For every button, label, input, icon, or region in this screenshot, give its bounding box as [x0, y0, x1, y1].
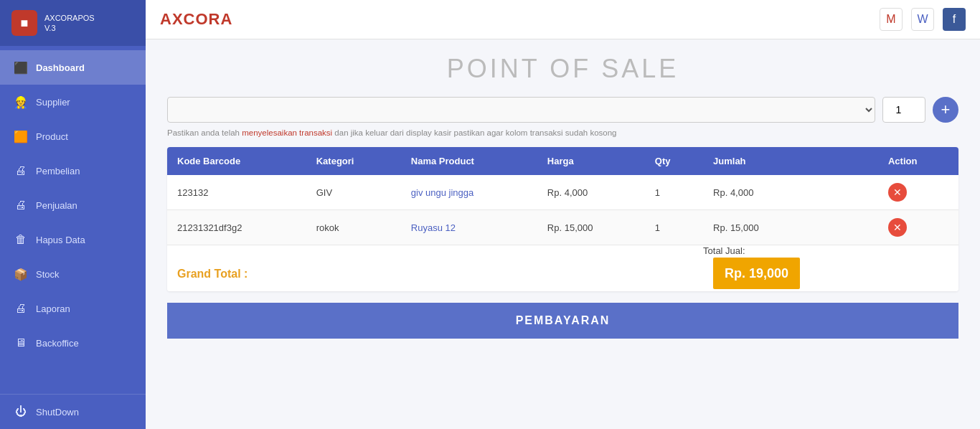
sidebar-item-pembelian-label: Pembelian — [36, 166, 80, 176]
product-icon: 🟧 — [13, 128, 29, 144]
supplier-icon: 👷 — [13, 94, 29, 110]
cell-qty: 1 — [645, 210, 703, 245]
grand-total-value-cell: Rp. 19,000 — [703, 256, 878, 291]
col-kategori: Kategori — [306, 147, 401, 175]
total-row: Total Jual: — [167, 245, 958, 257]
pembelian-icon: 🖨 — [13, 163, 29, 179]
app-logo-icon: ■ — [11, 10, 37, 36]
cell-barcode: 123132 — [167, 175, 306, 210]
grand-total-value: Rp. 19,000 — [713, 258, 800, 289]
col-qty: Qty — [645, 147, 703, 175]
sidebar-item-dashboard[interactable]: ⬛ Dashboard — [0, 50, 146, 85]
cell-harga: Rp. 4,000 — [537, 175, 645, 210]
cell-kategori: GIV — [306, 175, 401, 210]
cell-qty: 1 — [645, 175, 703, 210]
hint-link[interactable]: menyelesaikan transaksi — [242, 128, 332, 137]
sidebar-item-backoffice[interactable]: 🖥 Backoffice — [0, 326, 146, 360]
content-area: POINT OF SALE + Pastikan anda telah meny… — [146, 39, 980, 429]
grand-total-row: Grand Total : Rp. 19,000 — [167, 256, 958, 291]
cell-harga: Rp. 15,000 — [537, 210, 645, 245]
laporan-icon: 🖨 — [13, 301, 29, 316]
table-row: 123132 GIV giv ungu jingga Rp. 4,000 1 R… — [167, 175, 958, 210]
backoffice-icon: 🖥 — [13, 335, 29, 351]
sidebar-item-product[interactable]: 🟧 Product — [0, 119, 146, 154]
table-row: 21231321df3g2 rokok Ruyasu 12 Rp. 15,000… — [167, 210, 958, 245]
total-label: Total Jual: — [703, 245, 878, 257]
grand-total-action — [878, 256, 958, 291]
col-harga: Harga — [537, 147, 645, 175]
cell-action: ✕ — [878, 210, 958, 245]
sidebar-item-shutdown[interactable]: ⏻ ShutDown — [0, 394, 146, 429]
cell-nama: giv ungu jingga — [401, 175, 537, 210]
penjualan-icon: 🖨 — [13, 197, 29, 213]
cell-nama: Ruyasu 12 — [401, 210, 537, 245]
col-barcode: Kode Barcode — [167, 147, 306, 175]
sidebar-item-pembelian[interactable]: 🖨 Pembelian — [0, 154, 146, 188]
page-title: POINT OF SALE — [167, 54, 958, 84]
cell-jumlah: Rp. 15,000 — [703, 210, 878, 245]
delete-button-1[interactable]: ✕ — [888, 218, 907, 237]
main-area: AXCORA M W f POINT OF SALE + Pastikan an… — [146, 0, 980, 429]
add-button[interactable]: + — [933, 97, 958, 123]
col-nama: Nama Product — [401, 147, 537, 175]
sidebar-item-hapus-data[interactable]: 🗑 Hapus Data — [0, 222, 146, 257]
cell-kategori: rokok — [306, 210, 401, 245]
payment-section: PEMBAYARAN — [167, 303, 958, 339]
sidebar-item-supplier-label: Supplier — [36, 97, 70, 108]
sidebar-item-penjualan[interactable]: 🖨 Penjualan — [0, 188, 146, 222]
grand-total-label: Grand Total : — [177, 268, 248, 280]
shutdown-icon: ⏻ — [13, 404, 29, 420]
sidebar-item-laporan-label: Laporan — [36, 303, 70, 314]
cell-jumlah: Rp. 4,000 — [703, 175, 878, 210]
col-action: Action — [878, 147, 958, 175]
total-empty — [167, 245, 703, 257]
sidebar-nav: ⬛ Dashboard 👷 Supplier 🟧 Product 🖨 Pembe… — [0, 46, 146, 429]
topbar: AXCORA M W f — [146, 0, 980, 39]
product-link[interactable]: Ruyasu 12 — [411, 222, 456, 233]
sidebar-item-laporan[interactable]: 🖨 Laporan — [0, 291, 146, 326]
cell-barcode: 21231321df3g2 — [167, 210, 306, 245]
sidebar-item-stock[interactable]: 📦 Stock — [0, 257, 146, 291]
sidebar-item-penjualan-label: Penjualan — [36, 200, 77, 211]
wordpress-icon[interactable]: W — [911, 8, 934, 31]
product-link[interactable]: giv ungu jingga — [411, 187, 473, 198]
pos-table-wrap: Kode Barcode Kategori Nama Product Harga… — [167, 147, 958, 291]
delete-button-0[interactable]: ✕ — [888, 183, 907, 202]
hint-suffix: dan jika keluar dari display kasir pasti… — [332, 128, 616, 137]
pos-table: Kode Barcode Kategori Nama Product Harga… — [167, 147, 958, 291]
payment-button[interactable]: PEMBAYARAN — [167, 303, 958, 339]
table-header-row: Kode Barcode Kategori Nama Product Harga… — [167, 147, 958, 175]
qty-input[interactable] — [882, 97, 925, 123]
product-select[interactable] — [167, 97, 875, 123]
sidebar-item-supplier[interactable]: 👷 Supplier — [0, 85, 146, 119]
stock-icon: 📦 — [13, 266, 29, 282]
total-empty-action — [878, 245, 958, 257]
topbar-brand: AXCORA — [160, 10, 232, 29]
app-logo-text: AXCORAPOS V.3 — [44, 13, 95, 34]
facebook-icon[interactable]: f — [943, 8, 966, 31]
sidebar-logo: ■ AXCORAPOS V.3 — [0, 0, 146, 46]
dashboard-icon: ⬛ — [13, 60, 29, 75]
sidebar-item-dashboard-label: Dashboard — [36, 62, 85, 73]
hint-prefix: Pastikan anda telah — [167, 128, 242, 137]
col-jumlah: Jumlah — [703, 147, 878, 175]
hint-text: Pastikan anda telah menyelesaikan transa… — [167, 128, 958, 137]
sidebar-item-backoffice-label: Backoffice — [36, 338, 79, 349]
product-input-row: + — [167, 97, 958, 123]
sidebar-item-stock-label: Stock — [36, 269, 60, 280]
grand-total-label-cell: Grand Total : — [167, 256, 703, 291]
topbar-icons: M W f — [880, 8, 966, 31]
sidebar-item-shutdown-label: ShutDown — [36, 407, 79, 418]
sidebar-item-product-label: Product — [36, 131, 68, 142]
gmail-icon[interactable]: M — [880, 8, 903, 31]
sidebar: ■ AXCORAPOS V.3 ⬛ Dashboard 👷 Supplier 🟧… — [0, 0, 146, 429]
hapus-data-icon: 🗑 — [13, 232, 29, 248]
sidebar-item-hapus-data-label: Hapus Data — [36, 235, 85, 245]
cell-action: ✕ — [878, 175, 958, 210]
